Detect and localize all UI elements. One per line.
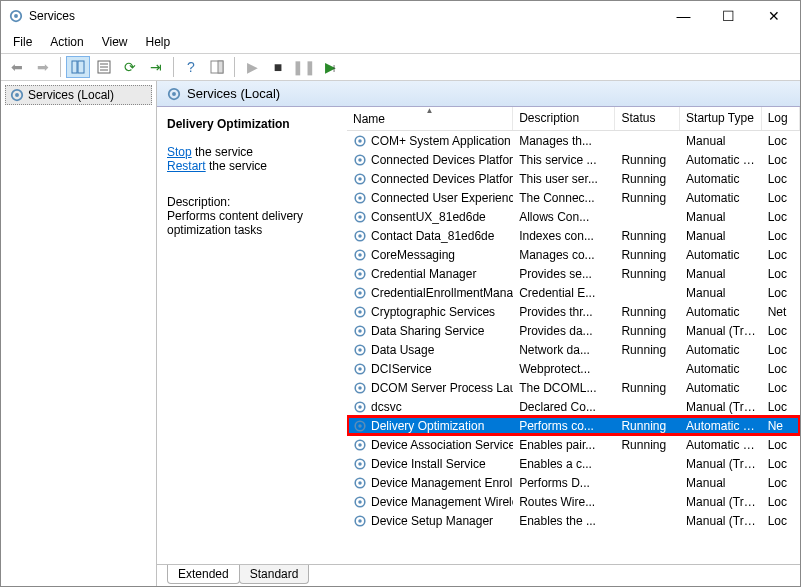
service-row[interactable]: Credential ManagerProvides se...RunningM… [347,264,800,283]
gear-icon [353,248,367,262]
service-row[interactable]: Cryptographic ServicesProvides thr...Run… [347,302,800,321]
gear-icon [353,343,367,357]
service-name: Data Sharing Service [371,324,484,338]
service-row[interactable]: Device Association ServiceEnables pair..… [347,435,800,454]
service-row[interactable]: ConsentUX_81ed6deAllows Con...ManualLoc [347,207,800,226]
gear-icon [353,267,367,281]
detail-pane: Delivery Optimization Stop the service R… [157,107,347,564]
show-hide-tree-button[interactable] [66,56,90,78]
service-row[interactable]: COM+ System ApplicationManages th...Manu… [347,131,800,150]
stop-service-link[interactable]: Stop [167,145,192,159]
start-service-button[interactable]: ▶ [240,56,264,78]
service-name: Device Setup Manager [371,514,493,528]
gear-icon [353,153,367,167]
service-rows[interactable]: COM+ System ApplicationManages th...Manu… [347,131,800,564]
menu-action[interactable]: Action [42,33,91,51]
service-status: Running [615,438,680,452]
service-logon: Loc [762,172,800,186]
properties-button[interactable] [92,56,116,78]
tab-standard[interactable]: Standard [239,565,310,584]
restart-service-button[interactable]: ▶| [318,56,342,78]
service-row[interactable]: Device Management Wirele...Routes Wire..… [347,492,800,511]
service-row[interactable]: Connected Devices Platfor...This user se… [347,169,800,188]
svg-point-41 [358,386,362,390]
column-name-label: Name [353,112,385,126]
column-startup-type[interactable]: Startup Type [680,107,762,130]
service-name: Device Install Service [371,457,486,471]
menu-file[interactable]: File [5,33,40,51]
menu-help[interactable]: Help [138,33,179,51]
svg-point-45 [358,424,362,428]
service-row[interactable]: Contact Data_81ed6deIndexes con...Runnin… [347,226,800,245]
back-button[interactable]: ⬅ [5,56,29,78]
maximize-button[interactable]: ☐ [706,1,751,31]
pause-service-button[interactable]: ❚❚ [292,56,316,78]
service-name: ConsentUX_81ed6de [371,210,486,224]
svg-point-49 [358,462,362,466]
service-row[interactable]: Data UsageNetwork da...RunningAutomaticL… [347,340,800,359]
service-logon: Loc [762,134,800,148]
svg-point-33 [358,310,362,314]
column-status[interactable]: Status [615,107,680,130]
service-row[interactable]: Connected User Experience...The Connec..… [347,188,800,207]
service-logon: Ne [762,419,800,433]
service-name: dcsvc [371,400,402,414]
export-button[interactable]: ⇥ [144,56,168,78]
service-row[interactable]: dcsvcDeclared Co...Manual (Trig...Loc [347,397,800,416]
service-description: Performs co... [513,419,615,433]
service-name: Credential Manager [371,267,476,281]
action-pane-button[interactable] [205,56,229,78]
service-name: Delivery Optimization [371,419,484,433]
service-startup: Automatic [680,191,762,205]
menu-view[interactable]: View [94,33,136,51]
service-row[interactable]: DCIServiceWebprotect...AutomaticLoc [347,359,800,378]
service-row[interactable]: Device Management Enroll...Performs D...… [347,473,800,492]
service-row[interactable]: Device Setup ManagerEnables the ...Manua… [347,511,800,530]
service-startup: Automatic [680,362,762,376]
column-headers: ▲ Name Description Status Startup Type L… [347,107,800,131]
service-description: Provides thr... [513,305,615,319]
app-icon [9,9,23,23]
gear-icon [353,229,367,243]
gear-icon [353,286,367,300]
service-row[interactable]: Device Install ServiceEnables a c...Manu… [347,454,800,473]
toolbar-separator [173,57,174,77]
column-logon[interactable]: Log [762,107,800,130]
stop-service-button[interactable]: ■ [266,56,290,78]
svg-point-53 [358,500,362,504]
column-description[interactable]: Description [513,107,615,130]
service-name: CoreMessaging [371,248,455,262]
service-row[interactable]: Delivery OptimizationPerforms co...Runni… [347,416,800,435]
service-row[interactable]: Data Sharing ServiceProvides da...Runnin… [347,321,800,340]
column-name[interactable]: ▲ Name [347,107,513,130]
service-row[interactable]: DCOM Server Process Laun...The DCOML...R… [347,378,800,397]
service-startup: Manual (Trig... [680,495,762,509]
service-row[interactable]: CoreMessagingManages co...RunningAutomat… [347,245,800,264]
gear-icon [353,438,367,452]
svg-point-43 [358,405,362,409]
service-status: Running [615,229,680,243]
service-name: Connected Devices Platfor... [371,172,513,186]
tab-extended[interactable]: Extended [167,565,240,584]
restart-service-link[interactable]: Restart [167,159,206,173]
svg-point-55 [358,519,362,523]
window-title: Services [29,9,75,23]
tree-root-services[interactable]: Services (Local) [5,85,152,105]
service-startup: Manual [680,210,762,224]
service-row[interactable]: CredentialEnrollmentMana...Credential E.… [347,283,800,302]
service-logon: Loc [762,438,800,452]
help-button[interactable]: ? [179,56,203,78]
close-button[interactable]: ✕ [751,1,796,31]
service-name: COM+ System Application [371,134,511,148]
service-description: Manages th... [513,134,615,148]
refresh-button[interactable]: ⟳ [118,56,142,78]
service-row[interactable]: Connected Devices Platfor...This service… [347,150,800,169]
service-name: DCIService [371,362,432,376]
service-description: Routes Wire... [513,495,615,509]
forward-button[interactable]: ➡ [31,56,55,78]
minimize-button[interactable]: — [661,1,706,31]
svg-point-31 [358,291,362,295]
gear-icon [353,457,367,471]
service-description: The DCOML... [513,381,615,395]
service-name: Cryptographic Services [371,305,495,319]
